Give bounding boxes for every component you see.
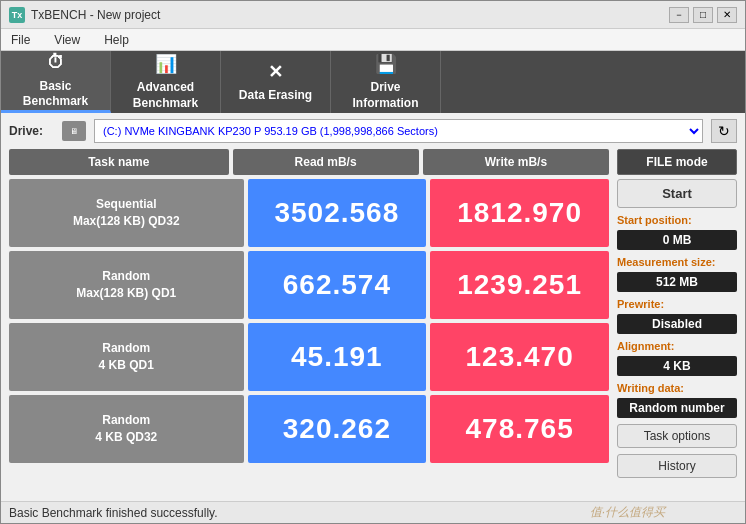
history-button[interactable]: History xyxy=(617,454,737,478)
menu-bar: File View Help xyxy=(1,29,745,51)
tab-drive-information[interactable]: 💾 DriveInformation xyxy=(331,51,441,113)
table-row: Random4 KB QD32 320.262 478.765 xyxy=(9,395,609,463)
content-area: Drive: 🖥 (C:) NVMe KINGBANK KP230 P 953.… xyxy=(1,113,745,501)
minimize-button[interactable]: － xyxy=(669,7,689,23)
menu-file[interactable]: File xyxy=(5,31,36,49)
alignment-label: Alignment: xyxy=(617,340,737,352)
tab-data-erasing[interactable]: ✕ Data Erasing xyxy=(221,51,331,113)
close-button[interactable]: ✕ xyxy=(717,7,737,23)
task-options-button[interactable]: Task options xyxy=(617,424,737,448)
task-sequential: SequentialMax(128 KB) QD32 xyxy=(9,179,244,247)
prewrite-label: Prewrite: xyxy=(617,298,737,310)
main-window: Tx TxBENCH - New project － □ ✕ File View… xyxy=(0,0,746,524)
start-button[interactable]: Start xyxy=(617,179,737,208)
basic-benchmark-icon: ⏱ xyxy=(47,51,65,74)
read-random-4kb-qd1: 45.191 xyxy=(248,323,427,391)
status-bar: Basic Benchmark finished successfully. 值… xyxy=(1,501,745,523)
menu-help[interactable]: Help xyxy=(98,31,135,49)
benchmark-table: Task name Read mB/s Write mB/s Sequentia… xyxy=(9,149,609,495)
title-bar: Tx TxBENCH - New project － □ ✕ xyxy=(1,1,745,29)
maximize-button[interactable]: □ xyxy=(693,7,713,23)
measurement-size-label: Measurement size: xyxy=(617,256,737,268)
task-random-4kb-qd1: Random4 KB QD1 xyxy=(9,323,244,391)
drive-type-icon: 🖥 xyxy=(62,121,86,141)
window-controls[interactable]: － □ ✕ xyxy=(669,7,737,23)
start-position-value: 0 MB xyxy=(617,230,737,250)
writing-data-value: Random number xyxy=(617,398,737,418)
header-task: Task name xyxy=(9,149,229,175)
status-text: Basic Benchmark finished successfully. xyxy=(9,506,218,520)
right-panel: FILE mode Start Start position: 0 MB Mea… xyxy=(617,149,737,495)
tab-erasing-label: Data Erasing xyxy=(239,88,312,104)
tab-basic-benchmark[interactable]: ⏱ BasicBenchmark xyxy=(1,51,111,113)
read-random-4kb-qd32: 320.262 xyxy=(248,395,427,463)
read-random-128kb: 662.574 xyxy=(248,251,427,319)
watermark: 值·什么值得买 xyxy=(590,504,665,521)
task-random-4kb-qd32: Random4 KB QD32 xyxy=(9,395,244,463)
drive-row: Drive: 🖥 (C:) NVMe KINGBANK KP230 P 953.… xyxy=(9,119,737,143)
app-icon: Tx xyxy=(9,7,25,23)
refresh-button[interactable]: ↻ xyxy=(711,119,737,143)
task-random-128kb: RandomMax(128 KB) QD1 xyxy=(9,251,244,319)
table-row: SequentialMax(128 KB) QD32 3502.568 1812… xyxy=(9,179,609,247)
table-header: Task name Read mB/s Write mB/s xyxy=(9,149,609,175)
alignment-value: 4 KB xyxy=(617,356,737,376)
table-row: RandomMax(128 KB) QD1 662.574 1239.251 xyxy=(9,251,609,319)
drive-label: Drive: xyxy=(9,124,54,138)
write-sequential: 1812.970 xyxy=(430,179,609,247)
write-random-4kb-qd32: 478.765 xyxy=(430,395,609,463)
tab-drive-label: DriveInformation xyxy=(353,80,419,111)
advanced-benchmark-icon: 📊 xyxy=(155,53,177,76)
menu-view[interactable]: View xyxy=(48,31,86,49)
measurement-size-value: 512 MB xyxy=(617,272,737,292)
main-content: Task name Read mB/s Write mB/s Sequentia… xyxy=(9,149,737,495)
tab-advanced-benchmark[interactable]: 📊 AdvancedBenchmark xyxy=(111,51,221,113)
tab-advanced-label: AdvancedBenchmark xyxy=(133,80,198,111)
drive-select[interactable]: (C:) NVMe KINGBANK KP230 P 953.19 GB (1,… xyxy=(94,119,703,143)
prewrite-value: Disabled xyxy=(617,314,737,334)
window-title: TxBENCH - New project xyxy=(31,8,160,22)
read-sequential: 3502.568 xyxy=(248,179,427,247)
header-write: Write mB/s xyxy=(423,149,609,175)
header-read: Read mB/s xyxy=(233,149,419,175)
data-erasing-icon: ✕ xyxy=(268,61,283,84)
file-mode-button[interactable]: FILE mode xyxy=(617,149,737,175)
write-random-4kb-qd1: 123.470 xyxy=(430,323,609,391)
tab-basic-label: BasicBenchmark xyxy=(23,79,88,110)
toolbar: ⏱ BasicBenchmark 📊 AdvancedBenchmark ✕ D… xyxy=(1,51,745,113)
writing-data-label: Writing data: xyxy=(617,382,737,394)
table-row: Random4 KB QD1 45.191 123.470 xyxy=(9,323,609,391)
start-position-label: Start position: xyxy=(617,214,737,226)
drive-info-icon: 💾 xyxy=(375,53,397,76)
title-bar-left: Tx TxBENCH - New project xyxy=(9,7,160,23)
write-random-128kb: 1239.251 xyxy=(430,251,609,319)
